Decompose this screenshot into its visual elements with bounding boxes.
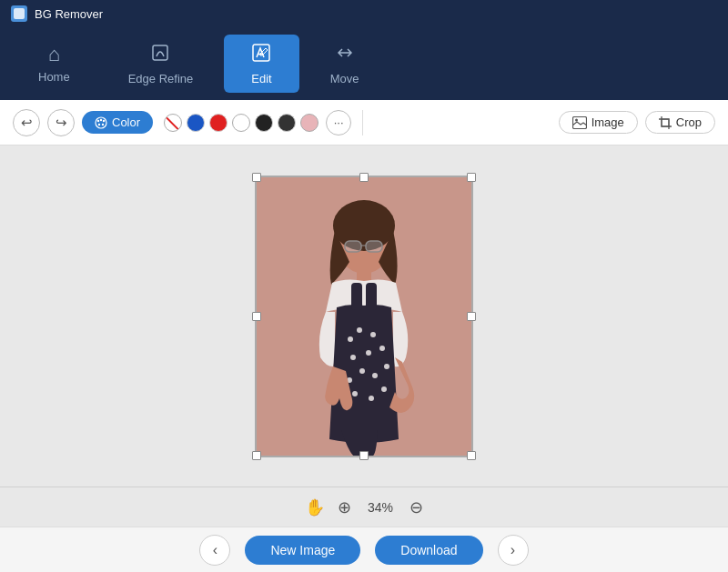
undo-icon: ↩: [21, 115, 33, 131]
color-button[interactable]: Color: [82, 111, 153, 134]
titlebar: BG Remover: [0, 0, 728, 27]
svg-rect-15: [366, 241, 382, 252]
svg-rect-14: [345, 241, 361, 252]
svg-rect-18: [351, 283, 362, 310]
swatch-black[interactable]: [255, 114, 273, 132]
color-swatches: [164, 114, 318, 132]
download-label: Download: [400, 543, 457, 557]
svg-point-32: [381, 386, 387, 392]
svg-rect-19: [366, 283, 377, 310]
edit-icon: [251, 43, 271, 66]
edge-refine-icon: [150, 43, 170, 66]
zoombar: ✋ ⊕ 34% ⊖: [0, 487, 728, 527]
color-palette-icon: [95, 116, 107, 129]
svg-point-25: [379, 346, 385, 351]
swatch-transparent[interactable]: [164, 114, 182, 132]
redo-button[interactable]: ↪: [47, 109, 75, 136]
svg-point-23: [366, 350, 371, 356]
swatch-blue[interactable]: [187, 114, 205, 132]
crop-icon: [659, 116, 672, 129]
bottombar: ‹ New Image Download ›: [0, 527, 728, 572]
app-icon: [11, 5, 27, 22]
app-title: BG Remover: [35, 7, 103, 21]
svg-point-30: [352, 391, 358, 396]
nav-move-label: Move: [330, 72, 359, 85]
image-button-label: Image: [592, 115, 624, 129]
svg-point-26: [359, 368, 365, 374]
person-silhouette: [255, 176, 473, 457]
next-icon: ›: [511, 542, 515, 558]
svg-point-4: [97, 119, 99, 121]
move-icon: [335, 43, 355, 66]
svg-point-20: [348, 336, 353, 342]
nav-edit[interactable]: Edit: [224, 35, 298, 93]
swatch-white[interactable]: [232, 114, 250, 132]
crop-button[interactable]: Crop: [645, 111, 715, 134]
undo-button[interactable]: ↩: [13, 109, 40, 136]
svg-point-27: [372, 373, 378, 378]
crop-button-label: Crop: [676, 115, 702, 129]
zoom-level: 34%: [364, 500, 397, 515]
image-background: [255, 176, 473, 457]
swatch-red[interactable]: [209, 114, 228, 132]
image-container: [255, 176, 473, 457]
svg-rect-0: [14, 8, 25, 19]
svg-point-21: [357, 327, 362, 333]
canvas-area: [0, 146, 728, 487]
svg-point-5: [100, 118, 102, 120]
navbar: ⌂ Home Edge Refine Edit Move: [0, 27, 728, 100]
svg-point-7: [98, 123, 100, 125]
svg-point-13: [333, 200, 395, 251]
nav-edit-label: Edit: [251, 72, 271, 85]
image-button[interactable]: Image: [559, 111, 638, 134]
redo-icon: ↪: [56, 115, 67, 131]
nav-move[interactable]: Move: [303, 35, 387, 93]
svg-point-29: [384, 364, 389, 369]
download-button[interactable]: Download: [375, 536, 482, 565]
new-image-button[interactable]: New Image: [245, 536, 360, 565]
new-image-label: New Image: [270, 543, 335, 557]
hand-tool-button[interactable]: ✋: [305, 497, 325, 517]
svg-rect-9: [572, 116, 586, 128]
svg-rect-1: [153, 45, 167, 60]
next-button[interactable]: ›: [498, 535, 529, 566]
svg-point-6: [103, 119, 105, 121]
swatch-pink[interactable]: [300, 114, 318, 132]
svg-point-31: [369, 396, 374, 401]
svg-point-22: [370, 332, 376, 337]
svg-point-24: [350, 355, 356, 360]
nav-home[interactable]: ⌂ Home: [11, 35, 97, 93]
zoom-out-button[interactable]: ⊖: [410, 497, 423, 517]
swatch-dark[interactable]: [278, 114, 296, 132]
color-button-label: Color: [112, 115, 140, 129]
nav-edge-refine[interactable]: Edge Refine: [101, 35, 221, 93]
svg-point-10: [575, 118, 578, 121]
zoom-in-button[interactable]: ⊕: [338, 497, 351, 517]
nav-home-label: Home: [38, 70, 70, 84]
prev-icon: ‹: [213, 542, 217, 558]
nav-edge-refine-label: Edge Refine: [128, 72, 194, 85]
svg-rect-11: [662, 119, 669, 126]
toolbar-right: Image Crop: [559, 111, 715, 134]
toolbar-separator: [362, 110, 363, 135]
image-icon: [572, 116, 587, 129]
toolbar: ↩ ↪ Color ··· Image Crop: [0, 100, 728, 146]
more-colors-button[interactable]: ···: [326, 110, 351, 135]
svg-point-8: [102, 123, 104, 125]
prev-button[interactable]: ‹: [199, 535, 230, 566]
more-icon: ···: [334, 115, 344, 129]
home-icon: ⌂: [48, 45, 60, 65]
